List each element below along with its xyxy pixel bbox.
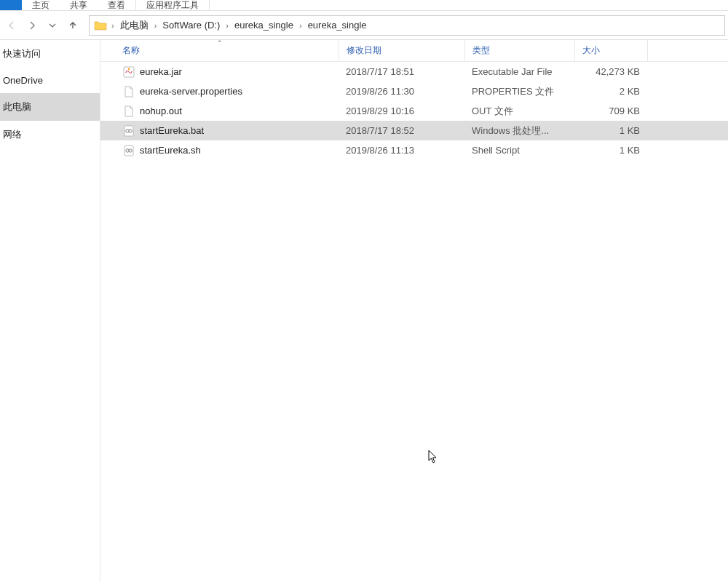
file-name-cell: nohup.out	[100, 105, 339, 118]
chevron-right-icon: ›	[224, 21, 230, 30]
file-size-cell: 709 KB	[574, 105, 647, 116]
sidebar: 快速访问OneDrive此电脑网络	[0, 40, 100, 582]
arrow-right-icon	[27, 20, 37, 31]
file-row[interactable]: eureka-server.properties2019/8/26 11:30P…	[100, 81, 728, 101]
ribbon-tab-view[interactable]: 查看	[98, 0, 135, 10]
column-size[interactable]: 大小	[574, 40, 647, 61]
breadcrumb[interactable]: › 此电脑 › SoftWare (D:) › eureka_single › …	[89, 15, 725, 36]
sidebar-item[interactable]: 网络	[0, 121, 100, 148]
out-file-icon	[122, 105, 135, 118]
file-row[interactable]: startEureka.sh2019/8/26 11:13Shell Scrip…	[100, 140, 728, 160]
folder-icon	[92, 17, 108, 33]
ribbon-tab-app-tools[interactable]: 应用程序工具	[136, 0, 209, 10]
file-name-cell: eureka.jar	[100, 65, 339, 79]
column-date[interactable]: 修改日期	[339, 40, 464, 61]
arrow-up-icon	[68, 20, 78, 31]
column-name[interactable]: 名称 ⌃	[100, 40, 339, 61]
file-row[interactable]: nohup.out2019/8/29 10:16OUT 文件709 KB	[100, 101, 728, 121]
file-name-cell: startEureka.sh	[100, 144, 339, 157]
file-row[interactable]: startEureka.bat2018/7/17 18:52Windows 批处…	[100, 121, 728, 140]
file-size-cell: 1 KB	[574, 125, 647, 136]
file-name-label: startEureka.bat	[140, 125, 204, 136]
breadcrumb-item-drive[interactable]: SoftWare (D:)	[158, 16, 224, 35]
file-name-cell: startEureka.bat	[100, 124, 339, 137]
file-date-cell: 2019/8/26 11:30	[339, 86, 464, 97]
file-date-cell: 2019/8/26 11:13	[339, 145, 464, 156]
file-date-cell: 2019/8/29 10:16	[339, 105, 464, 116]
jar-file-icon	[122, 65, 135, 79]
file-size-cell: 1 KB	[574, 145, 647, 156]
column-name-label: 名称	[122, 44, 140, 57]
sidebar-item[interactable]: OneDrive	[0, 68, 100, 93]
file-name-label: nohup.out	[140, 105, 182, 116]
file-area: 名称 ⌃ 修改日期 类型 大小 eureka.jar2018/7/17 18:5…	[100, 40, 728, 582]
file-date-cell: 2018/7/17 18:52	[339, 125, 464, 136]
breadcrumb-item-folder1[interactable]: eureka_single	[230, 16, 298, 35]
column-end	[647, 40, 648, 61]
ribbon-tabs: 主页 共享 查看 应用程序工具	[0, 0, 210, 10]
file-name-label: eureka.jar	[140, 66, 182, 77]
sort-indicator-icon: ⌃	[217, 40, 223, 47]
sidebar-item[interactable]: 此电脑	[0, 93, 100, 121]
file-size-cell: 2 KB	[574, 86, 647, 97]
breadcrumb-item-folder2[interactable]: eureka_single	[304, 16, 371, 35]
file-list: eureka.jar2018/7/17 18:51Executable Jar …	[100, 62, 728, 582]
file-name-label: eureka-server.properties	[140, 86, 242, 97]
file-size-cell: 42,273 KB	[574, 66, 647, 77]
file-type-cell: Windows 批处理...	[464, 124, 574, 137]
columns-header: 名称 ⌃ 修改日期 类型 大小	[100, 40, 728, 62]
nav-up-button[interactable]	[64, 17, 82, 34]
ribbon-divider	[209, 0, 210, 10]
file-date-cell: 2018/7/17 18:51	[339, 66, 464, 77]
file-type-cell: Executable Jar File	[464, 66, 574, 77]
file-name-label: startEureka.sh	[140, 145, 201, 156]
main: 快速访问OneDrive此电脑网络 名称 ⌃ 修改日期 类型 大小 eureka…	[0, 40, 728, 582]
sh-file-icon	[122, 144, 135, 157]
svg-point-1	[128, 68, 130, 69]
chevron-right-icon: ›	[153, 21, 159, 30]
ribbon-file-tab[interactable]	[0, 0, 22, 10]
arrow-left-icon	[7, 20, 17, 31]
ribbon-tab-share[interactable]: 共享	[60, 0, 98, 10]
nav-forward-button[interactable]	[23, 17, 41, 34]
file-type-cell: PROPERTIES 文件	[464, 85, 574, 98]
file-row[interactable]: eureka.jar2018/7/17 18:51Executable Jar …	[100, 62, 728, 81]
nav-bar: › 此电脑 › SoftWare (D:) › eureka_single › …	[0, 11, 728, 40]
bat-file-icon	[122, 124, 135, 137]
ribbon: 主页 共享 查看 应用程序工具	[0, 0, 728, 11]
file-type-cell: Shell Script	[464, 145, 574, 156]
chevron-down-icon	[49, 22, 56, 29]
nav-recent-button[interactable]	[44, 17, 61, 34]
ribbon-tab-home[interactable]: 主页	[22, 0, 60, 10]
sidebar-item[interactable]: 快速访问	[0, 40, 100, 68]
file-name-cell: eureka-server.properties	[100, 85, 339, 98]
nav-back-button[interactable]	[3, 17, 20, 34]
chevron-right-icon: ›	[298, 21, 304, 30]
column-type[interactable]: 类型	[464, 40, 574, 61]
file-type-cell: OUT 文件	[464, 105, 574, 118]
breadcrumb-item-pc[interactable]: 此电脑	[116, 16, 153, 35]
props-file-icon	[122, 85, 135, 98]
chevron-right-icon: ›	[110, 21, 116, 30]
